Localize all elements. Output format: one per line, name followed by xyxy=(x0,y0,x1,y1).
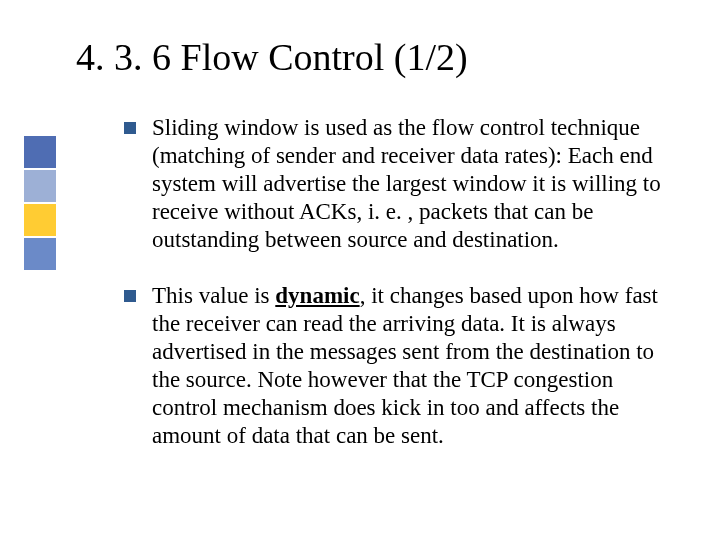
slide-title: 4. 3. 6 Flow Control (1/2) xyxy=(76,36,680,80)
deco-square xyxy=(24,204,56,236)
square-bullet-icon xyxy=(124,122,136,134)
bullet-text: Sliding window is used as the flow contr… xyxy=(152,115,661,252)
square-bullet-icon xyxy=(124,290,136,302)
slide-body: Sliding window is used as the flow contr… xyxy=(124,114,672,451)
deco-square xyxy=(24,170,56,202)
decorative-squares xyxy=(24,136,56,272)
slide: 4. 3. 6 Flow Control (1/2) Sliding windo… xyxy=(0,0,720,540)
bullet-item: Sliding window is used as the flow contr… xyxy=(124,114,672,254)
deco-square xyxy=(24,136,56,168)
deco-square xyxy=(24,238,56,270)
bullet-emph: dynamic xyxy=(275,283,359,308)
bullet-text: This value is xyxy=(152,283,275,308)
bullet-item: This value is dynamic, it changes based … xyxy=(124,282,672,450)
